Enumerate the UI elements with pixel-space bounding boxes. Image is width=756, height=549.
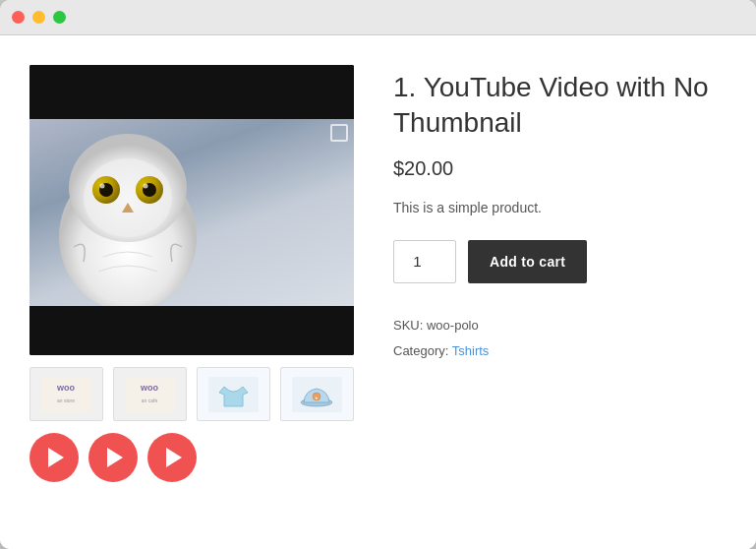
page-content: woo an store woo an cafe — [0, 35, 756, 549]
add-to-cart-button[interactable]: Add to cart — [468, 240, 587, 283]
app-window: woo an store woo an cafe — [0, 0, 756, 549]
play-button-2[interactable] — [88, 433, 138, 482]
video-black-bar-bottom — [29, 306, 354, 355]
titlebar — [0, 0, 756, 35]
maximize-button[interactable] — [53, 11, 66, 24]
product-info: 1. YouTube Video with No Thumbnail $20.0… — [393, 65, 727, 529]
thumbnail-2[interactable]: woo an cafe — [113, 367, 187, 421]
product-gallery: woo an store woo an cafe — [29, 65, 354, 529]
svg-point-5 — [100, 184, 105, 189]
svg-point-8 — [144, 184, 148, 189]
svg-text:woo: woo — [56, 383, 75, 393]
thumb-woo1-svg: woo an store — [39, 375, 93, 414]
svg-text:★: ★ — [315, 395, 319, 399]
thumb-shirt-svg — [206, 375, 261, 414]
product-price: $20.00 — [393, 157, 727, 180]
owl-image — [29, 119, 354, 306]
thumbnail-row: woo an store woo an cafe — [29, 367, 354, 421]
main-product-image[interactable] — [29, 65, 354, 355]
close-button[interactable] — [12, 11, 25, 24]
thumbnail-1[interactable]: woo an store — [29, 367, 103, 421]
quantity-input[interactable] — [393, 240, 456, 283]
owl-svg — [29, 119, 226, 306]
sku-label: SKU: — [393, 318, 423, 333]
thumb-woo2-svg: woo an cafe — [123, 375, 177, 414]
category-row: Category: Tshirts — [393, 338, 727, 364]
add-to-cart-row: Add to cart — [393, 240, 727, 283]
product-title: 1. YouTube Video with No Thumbnail — [393, 70, 727, 142]
play-button-3[interactable] — [147, 433, 197, 482]
svg-text:an cafe: an cafe — [142, 397, 158, 403]
product-meta: SKU: woo-polo Category: Tshirts — [393, 313, 727, 364]
category-link[interactable]: Tshirts — [452, 343, 490, 358]
product-description: This is a simple product. — [393, 198, 727, 218]
video-black-bar-top — [29, 65, 354, 119]
sku-row: SKU: woo-polo — [393, 313, 727, 338]
svg-text:woo: woo — [140, 383, 158, 393]
thumbnail-3[interactable] — [197, 367, 270, 421]
thumb-hat-svg: ★ — [290, 375, 344, 414]
video-play-buttons — [29, 433, 354, 482]
play-button-1[interactable] — [29, 433, 79, 482]
sku-value: woo-polo — [427, 318, 479, 333]
category-label: Category: — [393, 343, 448, 358]
svg-text:an store: an store — [57, 397, 75, 403]
minimize-button[interactable] — [32, 11, 45, 24]
fullscreen-icon[interactable] — [330, 124, 348, 142]
thumbnail-4[interactable]: ★ — [280, 367, 354, 421]
